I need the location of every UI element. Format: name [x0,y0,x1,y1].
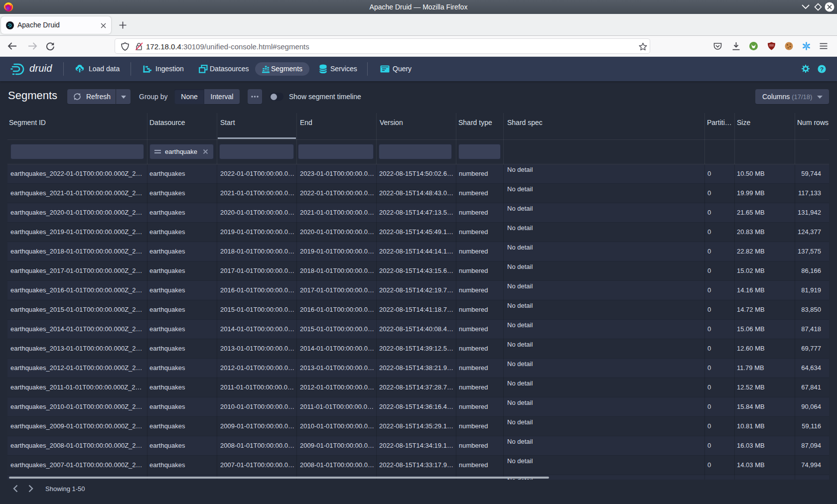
svg-text:?: ? [820,66,824,73]
